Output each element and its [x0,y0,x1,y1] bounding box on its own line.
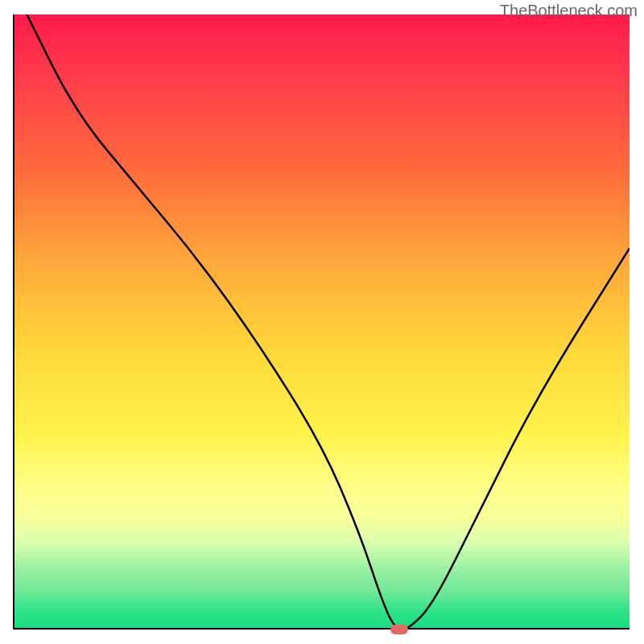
bottleneck-chart: TheBottleneck.com [0,0,644,644]
y-axis [13,14,14,630]
bottleneck-curve [27,14,630,630]
optimum-marker [390,625,408,634]
x-axis [14,628,630,630]
watermark-text: TheBottleneck.com [500,2,638,20]
curve-layer [14,14,630,630]
